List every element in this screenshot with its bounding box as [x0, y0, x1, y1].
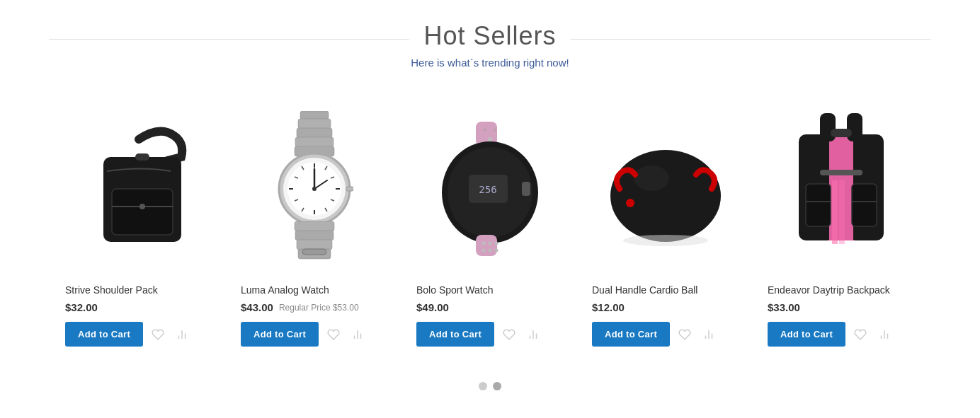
compare-button[interactable] — [524, 325, 542, 344]
svg-point-60 — [634, 166, 669, 191]
svg-point-46 — [484, 129, 487, 132]
product-price: $49.00 — [416, 301, 449, 313]
product-actions: Add to Cart — [768, 322, 915, 347]
heart-icon — [152, 328, 164, 341]
product-name: Bolo Sport Watch — [416, 284, 564, 296]
product-actions: Add to Cart — [65, 322, 212, 347]
svg-point-62 — [623, 235, 708, 246]
svg-text:256: 256 — [479, 184, 496, 195]
svg-rect-70 — [820, 113, 836, 141]
svg-rect-9 — [298, 119, 331, 129]
svg-rect-55 — [522, 182, 530, 196]
wishlist-button[interactable] — [851, 325, 870, 344]
svg-point-52 — [482, 249, 486, 252]
product-price: $32.00 — [65, 301, 98, 313]
compare-button[interactable] — [173, 325, 191, 344]
svg-rect-33 — [295, 231, 334, 240]
svg-rect-80 — [839, 180, 845, 244]
svg-rect-77 — [831, 129, 852, 137]
wishlist-button[interactable] — [324, 325, 343, 344]
product-actions: Add to Cart — [241, 322, 388, 347]
compare-icon — [702, 328, 715, 341]
svg-rect-1 — [112, 189, 173, 235]
svg-rect-73 — [806, 184, 831, 226]
product-image-dual-handle-cardio-ball — [592, 104, 739, 274]
svg-rect-10 — [297, 128, 332, 138]
wishlist-button[interactable] — [500, 325, 518, 344]
product-image-endeavor-daytrip-backpack: ● — [768, 104, 915, 274]
svg-point-3 — [139, 204, 145, 209]
svg-point-61 — [626, 199, 634, 207]
product-actions: Add to Cart — [592, 322, 739, 347]
svg-point-51 — [495, 242, 498, 245]
svg-rect-34 — [297, 240, 332, 250]
compare-icon — [527, 328, 540, 341]
svg-rect-79 — [832, 180, 838, 244]
product-card-bolo-sport-watch: 256 Bolo Sport Watch$49.00Add to Cart — [402, 97, 578, 361]
svg-rect-4 — [135, 153, 149, 161]
product-card-strive-shoulder-pack: Strive Shoulder Pack$32.00Add to Cart — [51, 97, 227, 361]
wishlist-button[interactable] — [676, 325, 694, 344]
add-to-cart-button[interactable]: Add to Cart — [592, 322, 670, 347]
svg-rect-48 — [476, 235, 497, 256]
product-actions: Add to Cart — [416, 322, 564, 347]
svg-rect-72 — [820, 170, 862, 175]
product-price-row: $12.00 — [592, 301, 739, 313]
section-header: Hot Sellers Here is what`s trending righ… — [0, 0, 980, 76]
product-name: Luma Analog Watch — [241, 284, 388, 296]
svg-point-59 — [610, 150, 721, 242]
products-container: Strive Shoulder Pack$32.00Add to Cart — [0, 76, 980, 375]
svg-rect-11 — [295, 137, 334, 147]
heart-icon — [327, 328, 340, 341]
product-card-dual-handle-cardio-ball: Dual Handle Cardio Ball$12.00Add to Cart — [578, 97, 753, 361]
compare-icon — [176, 328, 188, 341]
section-title: Hot Sellers — [409, 21, 570, 51]
product-card-luma-analog-watch: Luma Analog Watch$43.00Regular Price $53… — [227, 97, 402, 361]
compare-button[interactable] — [875, 325, 894, 344]
product-card-endeavor-daytrip-backpack: ● Endeavor Daytrip Backpack$33.00Add to … — [753, 97, 929, 361]
product-image-strive-shoulder-pack — [65, 104, 212, 274]
svg-point-47 — [494, 129, 497, 132]
carousel-dot-2[interactable] — [493, 382, 501, 390]
product-price-row: $33.00 — [768, 301, 915, 313]
svg-rect-71 — [847, 113, 862, 141]
svg-point-53 — [489, 249, 492, 252]
add-to-cart-button[interactable]: Add to Cart — [416, 322, 494, 347]
heart-icon — [678, 328, 691, 341]
svg-rect-31 — [346, 187, 353, 191]
product-price: $12.00 — [592, 301, 625, 313]
product-image-bolo-sport-watch: 256 — [416, 104, 564, 274]
svg-point-45 — [488, 137, 492, 141]
compare-icon — [878, 328, 891, 341]
svg-point-50 — [489, 242, 492, 245]
svg-rect-36 — [302, 249, 326, 255]
product-price: $33.00 — [768, 301, 800, 313]
product-image-luma-analog-watch — [241, 104, 388, 274]
product-regular-price: Regular Price $53.00 — [279, 303, 359, 313]
product-price-row: $43.00Regular Price $53.00 — [241, 301, 388, 313]
compare-button[interactable] — [348, 325, 367, 344]
product-price: $43.00 — [241, 301, 273, 313]
add-to-cart-button[interactable]: Add to Cart — [768, 322, 845, 347]
wishlist-button[interactable] — [149, 325, 167, 344]
svg-rect-8 — [300, 111, 329, 120]
svg-point-54 — [495, 249, 498, 252]
heart-icon — [854, 328, 867, 341]
svg-rect-32 — [295, 221, 334, 231]
section-subtitle: Here is what`s trending right now! — [14, 57, 966, 69]
product-price-row: $49.00 — [416, 301, 564, 313]
svg-point-30 — [312, 187, 317, 191]
product-price-row: $32.00 — [65, 301, 212, 313]
svg-rect-74 — [852, 184, 877, 226]
add-to-cart-button[interactable]: Add to Cart — [241, 322, 319, 347]
product-name: Dual Handle Cardio Ball — [592, 284, 739, 296]
carousel-dot-1[interactable] — [479, 382, 487, 390]
carousel-dots — [0, 375, 980, 412]
svg-point-49 — [482, 242, 486, 245]
product-name: Strive Shoulder Pack — [65, 284, 212, 296]
add-to-cart-button[interactable]: Add to Cart — [65, 322, 143, 347]
compare-icon — [351, 328, 364, 341]
svg-text:●: ● — [838, 158, 843, 168]
compare-button[interactable] — [700, 325, 718, 344]
heart-icon — [503, 328, 515, 341]
